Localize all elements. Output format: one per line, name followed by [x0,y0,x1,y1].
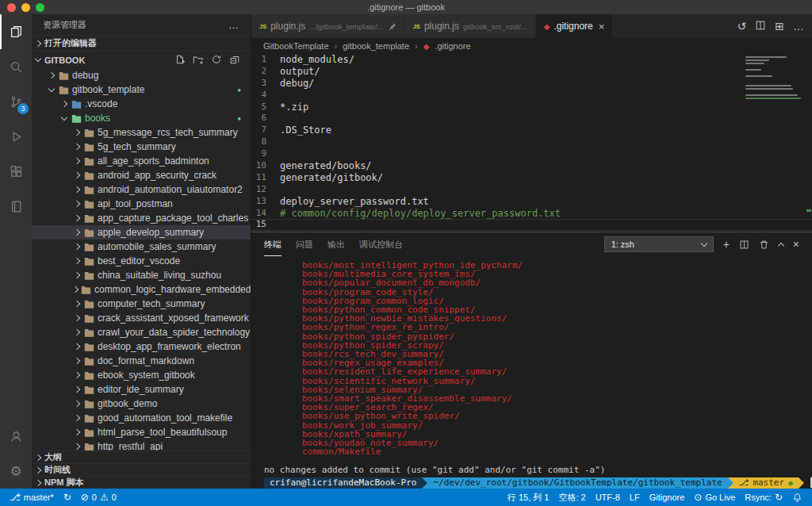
editor-line[interactable]: 12 [251,184,812,196]
tree-item[interactable]: editor_ide_summary ● [32,382,251,397]
new-file-icon[interactable] [174,54,186,67]
minimap[interactable] [745,56,802,101]
tree-item[interactable]: gitbook_demo ● [32,397,251,411]
tree-item[interactable]: best_editor_vscode ● [32,254,251,268]
close-panel-icon[interactable]: × [793,238,799,251]
editor-line[interactable]: 1 node_modules/ [251,54,812,66]
workspace-section[interactable]: GITBOOK [32,51,251,68]
tab-plugin-js-1[interactable]: JS plugin.js .../gitbook_template/... [251,14,405,38]
explorer-icon[interactable] [0,14,32,49]
editor-line[interactable]: 14 # common/config/deploy/deploy_server_… [251,208,812,220]
terminal-shell-select[interactable]: 1: zsh [604,236,714,252]
git-branch-status[interactable]: ⎇ master* [5,489,59,506]
tree-item[interactable]: 5g_tech_summary ● [32,140,251,154]
tree-item[interactable]: app_capture_package_tool_charles ● [32,211,251,225]
editor-line[interactable]: 10 generated/books/ [251,160,812,172]
editor-line[interactable]: 13 deploy_server_password.txt [251,196,812,208]
refresh-icon[interactable] [211,54,222,67]
close-icon[interactable]: × [599,21,605,33]
tree-item[interactable]: crack_assistant_xposed_framework ● [32,311,251,325]
tree-item[interactable]: computer_tech_summary ● [32,297,251,311]
notebook-extension-icon[interactable] [0,189,32,224]
tree-item[interactable]: .vscode ● [32,97,251,111]
more-actions-icon[interactable]: … [228,19,239,31]
source-control-icon[interactable]: 3 [0,84,32,119]
tab-gitignore[interactable]: ◆ .gitignore × [536,14,614,38]
tree-item[interactable]: doc_format_markdown ● [32,354,251,368]
minimize-window-button[interactable] [21,3,30,12]
sync-status[interactable]: ↻ [59,489,76,506]
open-editors-section[interactable]: 打开的编辑器 [32,35,251,51]
more-actions-icon[interactable]: … [793,20,804,33]
tree-item[interactable]: common_logic_hardware_embedded ● [32,282,251,297]
encoding[interactable]: UTF-8 [591,489,625,506]
indentation[interactable]: 空格: 2 [553,489,590,506]
eol-sequence[interactable]: LF [625,489,645,506]
tree-item[interactable]: apple_develop_summary ● [32,225,251,240]
tree-item[interactable]: html_parse_tool_beautifulsoup ● [32,425,251,439]
language-mode[interactable]: Gitignore [645,489,690,506]
split-terminal-icon[interactable] [739,240,749,250]
extensions-icon[interactable] [0,154,32,189]
editor-line[interactable]: 15 [251,219,812,231]
tree-item[interactable]: debug ● [32,68,251,82]
tree-item[interactable]: 5g_message_rcs_tech_summary ● [32,125,251,140]
tree-item[interactable]: automobile_sales_summary ● [32,240,251,254]
tab-output[interactable]: 输出 [327,232,345,256]
editor[interactable]: 1 node_modules/ 2 output/ 3 debug/ [251,54,812,232]
editor-line[interactable]: 9 [251,148,812,160]
account-icon[interactable] [0,419,32,454]
tree-item[interactable]: http_restful_api ● [32,439,251,450]
split-editor-icon[interactable]: ⊞ [775,20,784,33]
editor-line[interactable]: 11 generated/gitbook/ [251,172,812,184]
outline-section[interactable]: 大纲 [32,450,251,463]
kill-terminal-icon[interactable] [759,240,769,250]
zoom-window-button[interactable] [36,3,44,12]
editor-line[interactable]: 3 debug/ [251,78,812,90]
editor-line[interactable]: 4 [251,90,812,102]
open-changes-icon[interactable] [755,20,766,33]
folder-icon [84,242,94,251]
editor-line[interactable]: 8 [251,136,812,148]
pin-icon[interactable] [388,22,396,31]
timeline-section[interactable]: 时间线 [32,463,251,476]
breadcrumb-item[interactable]: .gitignore [435,41,470,51]
tree-item[interactable]: all_age_sports_badminton ● [32,154,251,168]
maximize-panel-icon[interactable] [779,241,783,248]
editor-line[interactable]: 5 *.zip [251,102,812,113]
tree-item[interactable]: android_app_security_crack ● [32,168,251,182]
editor-line[interactable]: 2 output/ [251,66,812,78]
terminal[interactable]: books/most_intelligent_python_ide_pychar… [251,256,812,489]
collapse-all-icon[interactable] [229,54,240,67]
tree-item[interactable]: gitbook_template ● [32,82,251,97]
tree-item[interactable]: android_automation_uiautomator2 ● [32,182,251,197]
tree-item[interactable]: books ● [32,111,251,125]
tab-plugin-js-2[interactable]: JS plugin.js gitbook_src_root/... [405,14,536,38]
tab-problems[interactable]: 问题 [296,232,313,256]
close-window-button[interactable] [7,3,16,12]
tab-terminal[interactable]: 终端 [264,232,282,256]
problems-status[interactable]: ⊘ 0 ⚠ 0 [76,489,121,506]
new-terminal-icon[interactable]: + [723,238,730,251]
tree-item[interactable]: ebook_system_gitbook ● [32,368,251,382]
npm-scripts-section[interactable]: NPM 脚本 [32,476,251,489]
go-live-button[interactable]: ⊙ Go Live [689,489,740,506]
run-debug-icon[interactable] [0,119,32,154]
settings-gear-icon[interactable]: ⚙ [0,454,32,489]
search-icon[interactable] [0,49,32,84]
history-icon[interactable]: ↺ [737,20,747,33]
tree-item[interactable]: api_tool_postman ● [32,197,251,211]
notifications-bell[interactable] [787,489,807,506]
tab-debug-console[interactable]: 调试控制台 [359,232,403,256]
rsync-status[interactable]: Rsync: ↻ [740,489,787,506]
new-folder-icon[interactable] [193,54,204,67]
editor-line[interactable]: 6 [251,113,812,125]
breadcrumb-item[interactable]: GitbookTemplate [263,41,329,51]
tree-item[interactable]: good_automation_tool_makefile ● [32,411,251,425]
editor-line[interactable]: 7 .DS_Store [251,125,812,136]
tree-item[interactable]: china_suitable_living_suzhou ● [32,268,251,282]
cursor-position[interactable]: 行 15, 列 1 [503,489,554,506]
tree-item[interactable]: desktop_app_framework_electron ● [32,339,251,354]
breadcrumb-item[interactable]: gitbook_template [343,41,409,51]
tree-item[interactable]: crawl_your_data_spider_technology ● [32,325,251,339]
